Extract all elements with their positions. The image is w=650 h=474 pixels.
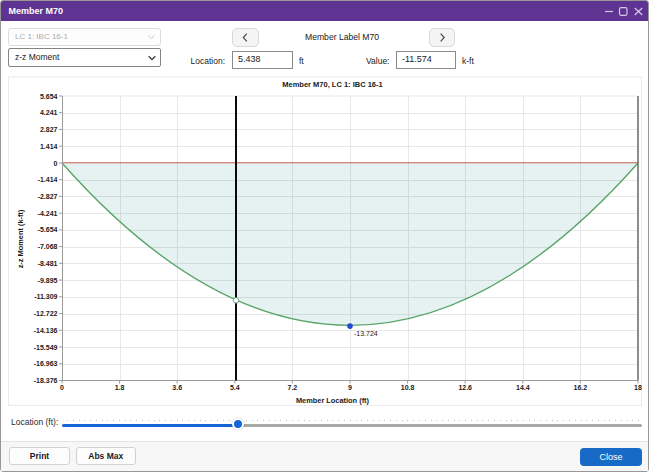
- svg-text:12.6: 12.6: [458, 384, 472, 391]
- svg-text:16.2: 16.2: [574, 384, 588, 391]
- svg-text:2.827: 2.827: [40, 126, 58, 133]
- svg-text:Member M70, LC 1: IBC 16-1: Member M70, LC 1: IBC 16-1: [282, 80, 382, 89]
- svg-text:-11.309: -11.309: [34, 293, 57, 300]
- svg-text:-15.549: -15.549: [34, 344, 58, 351]
- svg-text:-18.376: -18.376: [34, 377, 58, 384]
- svg-text:-16.963: -16.963: [34, 360, 58, 367]
- svg-text:-14.136: -14.136: [34, 327, 58, 334]
- svg-text:Member Location (ft): Member Location (ft): [296, 396, 370, 405]
- svg-text:3.6: 3.6: [172, 384, 182, 391]
- svg-text:-4.241: -4.241: [38, 210, 58, 217]
- svg-text:14.4: 14.4: [516, 384, 530, 391]
- svg-text:-9.895: -9.895: [38, 277, 58, 284]
- svg-text:7.2: 7.2: [288, 384, 298, 391]
- svg-text:z-z Moment (k-ft): z-z Moment (k-ft): [16, 209, 25, 268]
- svg-text:1.8: 1.8: [115, 384, 125, 391]
- svg-text:10.8: 10.8: [401, 384, 415, 391]
- svg-text:0: 0: [60, 384, 64, 391]
- svg-text:-2.827: -2.827: [38, 193, 58, 200]
- svg-text:18: 18: [634, 384, 642, 391]
- svg-text:1.414: 1.414: [40, 143, 58, 150]
- svg-text:-12.722: -12.722: [34, 310, 58, 317]
- svg-text:4.241: 4.241: [40, 109, 58, 116]
- svg-text:-1.414: -1.414: [38, 176, 58, 183]
- svg-text:-13.724: -13.724: [354, 330, 378, 337]
- svg-text:-5.654: -5.654: [38, 226, 58, 233]
- svg-text:5.4: 5.4: [230, 384, 240, 391]
- svg-text:-7.068: -7.068: [38, 243, 58, 250]
- svg-text:0: 0: [54, 160, 58, 167]
- svg-text:9: 9: [348, 384, 352, 391]
- svg-text:-8.481: -8.481: [38, 260, 58, 267]
- svg-text:5.654: 5.654: [40, 93, 58, 100]
